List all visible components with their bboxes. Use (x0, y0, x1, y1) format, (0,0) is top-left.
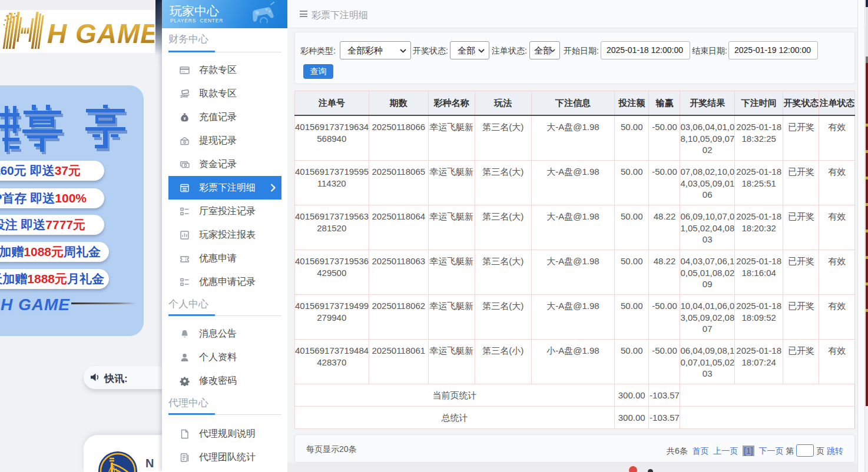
svg-text:H GAME: H GAME (47, 18, 154, 49)
svg-text:¥: ¥ (184, 117, 186, 121)
